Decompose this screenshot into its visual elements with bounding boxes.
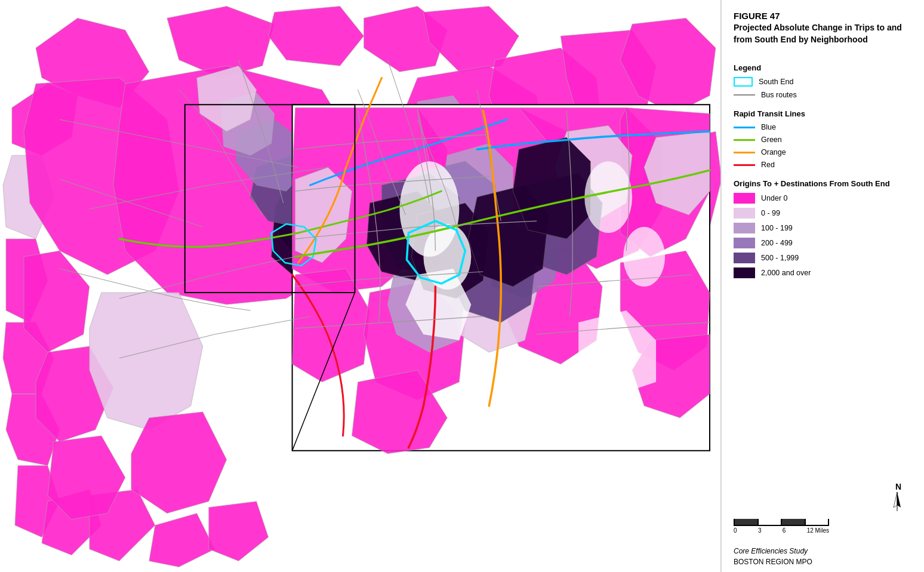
transit-line-label: Orange (761, 148, 786, 156)
footer-study: Core Efficiencies Study (734, 547, 912, 555)
origins-title: Origins To + Destinations From South End (734, 179, 912, 188)
rapid-transit-title: Rapid Transit Lines (734, 109, 912, 118)
legend-transit-item: Red (734, 161, 912, 169)
origins-label: 0 - 99 (761, 209, 780, 217)
legend-transit-item: Blue (734, 123, 912, 131)
origins-label: Under 0 (761, 194, 787, 202)
scale-bar-graphic: 0 3 6 12 Miles (734, 519, 912, 534)
legend-panel: FIGURE 47 Projected Absolute Change in T… (721, 0, 924, 572)
legend-origins-item: 2,000 and over (734, 267, 912, 278)
map-svg (0, 0, 720, 572)
scale-labels: 0 3 6 12 Miles (734, 527, 829, 534)
scale-seg-2 (759, 519, 783, 525)
legend-origins-item: 100 - 199 (734, 223, 912, 233)
legend-bus-routes-label: Bus routes (761, 91, 797, 99)
legend-origins-item: 200 - 499 (734, 238, 912, 248)
origins-swatch (734, 238, 755, 248)
origins-label: 2,000 and over (761, 269, 811, 277)
legend-south-end: South End (734, 77, 912, 87)
origins-label: 500 - 1,999 (761, 254, 799, 262)
scale-bar-area: N 0 3 6 12 Miles (734, 476, 912, 539)
origins-label: 200 - 499 (761, 239, 793, 247)
legend-bus-routes: Bus routes (734, 91, 912, 99)
svg-text:N: N (895, 482, 901, 491)
scale-seg-1 (735, 519, 759, 525)
origins-swatch (734, 208, 755, 219)
scale-seg-4 (806, 519, 828, 525)
legend-origins-item: Under 0 (734, 193, 912, 204)
origins-swatch (734, 267, 755, 278)
origins-label: 100 - 199 (761, 224, 793, 232)
figure-number: FIGURE 47 (734, 11, 912, 21)
legend-origins-item: 0 - 99 (734, 208, 912, 219)
scale-label-3: 3 (758, 527, 762, 534)
transit-line-swatch (734, 152, 755, 153)
origins-items: Under 00 - 99100 - 199200 - 499500 - 1,9… (734, 193, 912, 282)
legend-transit-item: Green (734, 136, 912, 144)
legend-transit-item: Orange (734, 148, 912, 156)
svg-point-67 (584, 161, 632, 233)
svg-marker-80 (894, 492, 897, 508)
scale-label-6: 6 (783, 527, 786, 534)
transit-line-label: Blue (761, 123, 776, 131)
scale-bar-ticks (734, 519, 829, 526)
rapid-transit-items: BlueGreenOrangeRed (734, 123, 912, 173)
origins-swatch (734, 223, 755, 233)
transit-line-swatch (734, 127, 755, 128)
footer-org: BOSTON REGION MPO (734, 558, 912, 566)
north-arrow: N (734, 482, 912, 515)
south-end-swatch (734, 77, 753, 87)
figure-title: Projected Absolute Change in Trips to an… (734, 22, 912, 45)
scale-seg-3 (782, 519, 806, 525)
transit-line-label: Green (761, 136, 782, 144)
bus-routes-swatch (734, 94, 755, 96)
transit-line-swatch (734, 164, 755, 166)
scale-label-12: 12 Miles (807, 527, 829, 534)
origins-swatch (734, 193, 755, 204)
legend-origins-item: 500 - 1,999 (734, 253, 912, 263)
origins-swatch (734, 253, 755, 263)
scale-label-0: 0 (734, 527, 737, 534)
legend-south-end-label: South End (759, 78, 793, 86)
legend-title: Legend (734, 63, 912, 72)
transit-line-swatch (734, 139, 755, 141)
transit-line-label: Red (761, 161, 775, 169)
map-area (0, 0, 721, 572)
